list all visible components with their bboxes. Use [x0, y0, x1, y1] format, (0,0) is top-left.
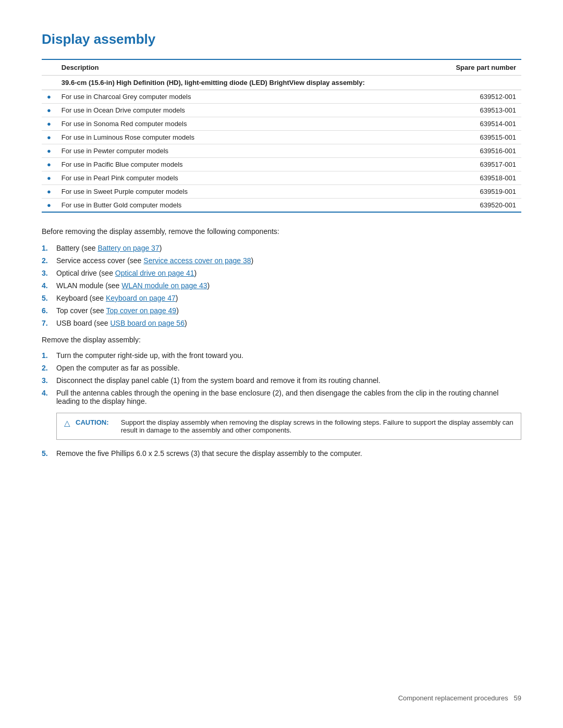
row-part-number: 639520-001: [368, 199, 521, 213]
step-item: 2. Open the computer as far as possible.: [42, 364, 521, 372]
bullet-cell: ●: [42, 104, 56, 117]
prerequisites-list: 1. Battery (see Battery on page 37) 2. S…: [42, 244, 521, 327]
table-row: ● For use in Ocean Drive computer models…: [42, 104, 521, 117]
caution-box: △ CAUTION: Support the display assembly …: [56, 413, 521, 440]
prereq-text: USB board (see USB board on page 56): [56, 319, 521, 327]
prereq-item: 5. Keyboard (see Keyboard on page 47): [42, 294, 521, 302]
step-item: 3. Disconnect the display panel cable (1…: [42, 376, 521, 385]
bullet-cell: ●: [42, 185, 56, 199]
prereq-text: Battery (see Battery on page 37): [56, 244, 521, 252]
row-description: For use in Charcoal Grey computer models: [56, 90, 368, 104]
before-removing-text: Before removing the display assembly, re…: [42, 227, 521, 236]
prereq-item: 1. Battery (see Battery on page 37): [42, 244, 521, 252]
prereq-text: Top cover (see Top cover on page 49): [56, 306, 521, 315]
page-title: Display assembly: [42, 31, 521, 47]
bullet-cell: ●: [42, 117, 56, 131]
col-description-header: Description: [56, 59, 368, 76]
row-description: For use in Butter Gold computer models: [56, 199, 368, 213]
bullet-cell: ●: [42, 171, 56, 185]
row-part-number: 639513-001: [368, 104, 521, 117]
prereq-item: 2. Service access cover (see Service acc…: [42, 256, 521, 265]
prereq-link[interactable]: Optical drive on page 41: [115, 269, 194, 277]
prereq-num: 5.: [42, 294, 56, 302]
table-intro-text: 39.6-cm (15.6-in) High Definition (HD), …: [56, 76, 521, 90]
step-num: 3.: [42, 376, 56, 385]
row-part-number: 639519-001: [368, 185, 521, 199]
prereq-link[interactable]: Battery on page 37: [97, 244, 159, 252]
prereq-text: Keyboard (see Keyboard on page 47): [56, 294, 521, 302]
bullet-cell: ●: [42, 90, 56, 104]
prereq-link[interactable]: Top cover on page 49: [106, 306, 176, 315]
col-spare-header: Spare part number: [368, 59, 521, 76]
bullet-cell: ●: [42, 144, 56, 158]
prereq-num: 7.: [42, 319, 56, 327]
step-num: 5.: [42, 449, 56, 458]
bullet-cell: ●: [42, 199, 56, 213]
row-description: For use in Sweet Purple computer models: [56, 185, 368, 199]
row-part-number: 639517-001: [368, 158, 521, 171]
footer: Component replacement procedures 59: [398, 694, 521, 702]
row-description: For use in Sonoma Red computer models: [56, 117, 368, 131]
row-part-number: 639518-001: [368, 171, 521, 185]
bullet-cell: ●: [42, 131, 56, 144]
prereq-num: 4.: [42, 281, 56, 290]
steps-container: 1. Turn the computer right-side up, with…: [42, 351, 521, 458]
row-part-number: 639516-001: [368, 144, 521, 158]
table-row: ● For use in Charcoal Grey computer mode…: [42, 90, 521, 104]
table-row: ● For use in Sweet Purple computer model…: [42, 185, 521, 199]
prereq-text: Service access cover (see Service access…: [56, 256, 521, 265]
prereq-num: 3.: [42, 269, 56, 277]
step-item: 4. Pull the antenna cables through the o…: [42, 389, 521, 405]
prereq-num: 1.: [42, 244, 56, 252]
table-intro-row: 39.6-cm (15.6-in) High Definition (HD), …: [42, 76, 521, 90]
remove-display-text: Remove the display assembly:: [42, 336, 521, 344]
step-num: 2.: [42, 364, 56, 372]
table-row: ● For use in Sonoma Red computer models …: [42, 117, 521, 131]
prereq-link[interactable]: WLAN module on page 43: [121, 281, 207, 290]
table-row: ● For use in Pearl Pink computer models …: [42, 171, 521, 185]
row-part-number: 639515-001: [368, 131, 521, 144]
step-item: 1. Turn the computer right-side up, with…: [42, 351, 521, 360]
table-row: ● For use in Pewter computer models 6395…: [42, 144, 521, 158]
prereq-item: 7. USB board (see USB board on page 56): [42, 319, 521, 327]
table-row: ● For use in Butter Gold computer models…: [42, 199, 521, 213]
step-num: 4.: [42, 389, 56, 397]
row-part-number: 639512-001: [368, 90, 521, 104]
prereq-link[interactable]: USB board on page 56: [111, 319, 185, 327]
prereq-item: 3. Optical drive (see Optical drive on p…: [42, 269, 521, 277]
step-text: Turn the computer right-side up, with th…: [56, 351, 521, 360]
footer-page: 59: [514, 694, 521, 702]
step-item: 5. Remove the five Phillips 6.0 x 2.5 sc…: [42, 449, 521, 458]
prereq-num: 6.: [42, 306, 56, 315]
row-description: For use in Pewter computer models: [56, 144, 368, 158]
parts-table: Description Spare part number 39.6-cm (1…: [42, 59, 521, 213]
prereq-link[interactable]: Keyboard on page 47: [106, 294, 176, 302]
step-text: Remove the five Phillips 6.0 x 2.5 screw…: [56, 449, 521, 458]
row-description: For use in Pearl Pink computer models: [56, 171, 368, 185]
bullet-cell: ●: [42, 158, 56, 171]
table-row: ● For use in Luminous Rose computer mode…: [42, 131, 521, 144]
prereq-item: 6. Top cover (see Top cover on page 49): [42, 306, 521, 315]
step-text: Open the computer as far as possible.: [56, 364, 521, 372]
row-description: For use in Ocean Drive computer models: [56, 104, 368, 117]
footer-text: Component replacement procedures: [398, 694, 508, 702]
step-text: Pull the antenna cables through the open…: [56, 389, 521, 405]
table-row: ● For use in Pacific Blue computer model…: [42, 158, 521, 171]
row-description: For use in Luminous Rose computer models: [56, 131, 368, 144]
prereq-text: WLAN module (see WLAN module on page 43): [56, 281, 521, 290]
step-text: Disconnect the display panel cable (1) f…: [56, 376, 521, 385]
prereq-text: Optical drive (see Optical drive on page…: [56, 269, 521, 277]
prereq-link[interactable]: Service access cover on page 38: [143, 256, 251, 265]
row-part-number: 639514-001: [368, 117, 521, 131]
caution-label: CAUTION:: [76, 418, 109, 426]
caution-text: Support the display assembly when removi…: [121, 418, 513, 434]
caution-icon: △: [64, 418, 70, 428]
prereq-item: 4. WLAN module (see WLAN module on page …: [42, 281, 521, 290]
step-num: 1.: [42, 351, 56, 360]
row-description: For use in Pacific Blue computer models: [56, 158, 368, 171]
prereq-num: 2.: [42, 256, 56, 265]
